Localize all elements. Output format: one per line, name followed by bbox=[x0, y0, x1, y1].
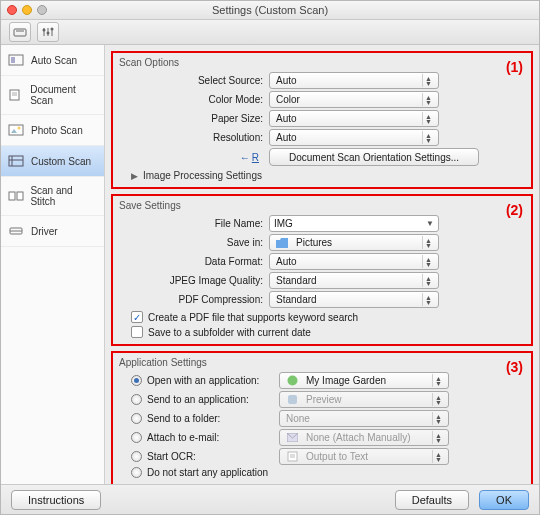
save-in-popup[interactable]: Pictures ▲▼ bbox=[269, 234, 439, 251]
instructions-button[interactable]: Instructions bbox=[11, 490, 101, 510]
paper-size-popup[interactable]: Auto▲▼ bbox=[269, 110, 439, 127]
orientation-icon-label: ←R bbox=[119, 152, 269, 163]
ok-button[interactable]: OK bbox=[479, 490, 529, 510]
footer: Instructions Defaults OK bbox=[1, 484, 539, 514]
popup-arrows-icon: ▲▼ bbox=[432, 431, 444, 444]
svg-rect-16 bbox=[9, 156, 23, 166]
sidebar-item-driver[interactable]: Driver bbox=[1, 216, 104, 247]
orientation-settings-button[interactable]: Document Scan Orientation Settings... bbox=[269, 148, 479, 166]
subfolder-checkbox-row[interactable]: Save to a subfolder with current date bbox=[131, 326, 525, 338]
jpeg-quality-popup[interactable]: Standard▲▼ bbox=[269, 272, 439, 289]
popup-arrows-icon: ▲▼ bbox=[422, 93, 434, 106]
select-source-popup[interactable]: Auto▲▼ bbox=[269, 72, 439, 89]
open-with-radio[interactable]: Open with an application: bbox=[119, 375, 279, 386]
send-app-popup: Preview ▲▼ bbox=[279, 391, 449, 408]
sidebar-item-document-scan[interactable]: Document Scan bbox=[1, 76, 104, 115]
mail-icon bbox=[286, 432, 298, 444]
start-ocr-radio[interactable]: Start OCR: bbox=[119, 451, 279, 462]
preview-icon bbox=[286, 394, 298, 406]
open-with-value: My Image Garden bbox=[306, 375, 386, 386]
sidebar-item-label: Document Scan bbox=[30, 84, 98, 106]
sidebar-item-label: Photo Scan bbox=[31, 125, 83, 136]
sidebar-item-photo-scan[interactable]: Photo Scan bbox=[1, 115, 104, 146]
app-icon bbox=[286, 375, 298, 387]
data-format-popup[interactable]: Auto▲▼ bbox=[269, 253, 439, 270]
radio-icon bbox=[131, 432, 142, 443]
open-with-popup[interactable]: My Image Garden ▲▼ bbox=[279, 372, 449, 389]
close-icon[interactable] bbox=[7, 5, 17, 15]
section-title: Save Settings bbox=[119, 200, 525, 211]
radio-icon bbox=[131, 375, 142, 386]
section-marker: (2) bbox=[506, 202, 523, 218]
titlebar: Settings (Custom Scan) bbox=[1, 1, 539, 20]
section-marker: (3) bbox=[506, 359, 523, 375]
pdf-compression-value: Standard bbox=[276, 294, 317, 305]
color-mode-popup[interactable]: Color▲▼ bbox=[269, 91, 439, 108]
send-folder-label: Send to a folder: bbox=[147, 413, 220, 424]
popup-arrows-icon: ▲▼ bbox=[422, 293, 434, 306]
photo-scan-icon bbox=[7, 123, 25, 137]
zoom-icon bbox=[37, 5, 47, 15]
section-marker: (1) bbox=[506, 59, 523, 75]
defaults-button[interactable]: Defaults bbox=[395, 490, 469, 510]
keyword-pdf-checkbox-row[interactable]: Create a PDF file that supports keyword … bbox=[131, 311, 525, 323]
attach-email-radio[interactable]: Attach to e-mail: bbox=[119, 432, 279, 443]
start-ocr-label: Start OCR: bbox=[147, 451, 196, 462]
minimize-icon[interactable] bbox=[22, 5, 32, 15]
radio-icon bbox=[131, 413, 142, 424]
file-name-input[interactable]: IMG▼ bbox=[269, 215, 439, 232]
svg-rect-0 bbox=[14, 29, 26, 36]
svg-rect-9 bbox=[11, 57, 15, 63]
pdf-compression-label: PDF Compression: bbox=[119, 294, 269, 305]
toolbar-prefs-tab[interactable] bbox=[37, 22, 59, 42]
subfolder-label: Save to a subfolder with current date bbox=[148, 327, 311, 338]
stitch-icon bbox=[7, 189, 24, 203]
popup-arrows-icon: ▲▼ bbox=[432, 450, 444, 463]
sidebar-item-custom-scan[interactable]: Custom Scan bbox=[1, 146, 104, 177]
sidebar-item-label: Scan and Stitch bbox=[30, 185, 98, 207]
window-title: Settings (Custom Scan) bbox=[1, 4, 539, 16]
send-folder-value: None bbox=[286, 413, 310, 424]
section-application-settings: (3) Application Settings Open with an ap… bbox=[111, 351, 533, 484]
data-format-label: Data Format: bbox=[119, 256, 269, 267]
file-name-value: IMG bbox=[274, 218, 293, 229]
checkbox-icon bbox=[131, 326, 143, 338]
section-save-settings: (2) Save Settings File Name: IMG▼ Save i… bbox=[111, 194, 533, 346]
attach-email-value: None (Attach Manually) bbox=[306, 432, 411, 443]
start-ocr-value: Output to Text bbox=[306, 451, 368, 462]
popup-arrows-icon: ▲▼ bbox=[422, 131, 434, 144]
radio-icon bbox=[131, 467, 142, 478]
section-title: Scan Options bbox=[119, 57, 525, 68]
resolution-label: Resolution: bbox=[119, 132, 269, 143]
data-format-value: Auto bbox=[276, 256, 297, 267]
paper-size-label: Paper Size: bbox=[119, 113, 269, 124]
save-in-label: Save in: bbox=[119, 237, 269, 248]
resolution-popup[interactable]: Auto▲▼ bbox=[269, 129, 439, 146]
no-app-radio[interactable]: Do not start any application bbox=[119, 467, 268, 478]
popup-arrows-icon: ▲▼ bbox=[422, 236, 434, 249]
paper-size-value: Auto bbox=[276, 113, 297, 124]
main-panel: (1) Scan Options Select Source: Auto▲▼ C… bbox=[105, 45, 539, 484]
no-app-label: Do not start any application bbox=[147, 467, 268, 478]
popup-arrows-icon: ▲▼ bbox=[432, 412, 444, 425]
select-source-value: Auto bbox=[276, 75, 297, 86]
toolbar-scan-tab[interactable] bbox=[9, 22, 31, 42]
send-app-radio[interactable]: Send to an application: bbox=[119, 394, 279, 405]
pdf-compression-popup[interactable]: Standard▲▼ bbox=[269, 291, 439, 308]
sidebar-item-label: Driver bbox=[31, 226, 58, 237]
svg-point-5 bbox=[43, 28, 46, 31]
keyword-pdf-label: Create a PDF file that supports keyword … bbox=[148, 312, 358, 323]
svg-point-15 bbox=[18, 127, 21, 130]
driver-icon bbox=[7, 224, 25, 238]
sidebar-item-scan-and-stitch[interactable]: Scan and Stitch bbox=[1, 177, 104, 216]
checkbox-icon bbox=[131, 311, 143, 323]
sidebar-item-label: Custom Scan bbox=[31, 156, 91, 167]
open-with-label: Open with an application: bbox=[147, 375, 259, 386]
send-folder-popup: None▲▼ bbox=[279, 410, 449, 427]
sidebar: Auto Scan Document Scan Photo Scan Custo… bbox=[1, 45, 105, 484]
sidebar-item-auto-scan[interactable]: Auto Scan bbox=[1, 45, 104, 76]
image-processing-label: Image Processing Settings bbox=[143, 170, 262, 181]
image-processing-disclosure[interactable]: ▶ Image Processing Settings bbox=[119, 170, 525, 181]
send-folder-radio[interactable]: Send to a folder: bbox=[119, 413, 279, 424]
scanner-icon bbox=[13, 26, 27, 38]
